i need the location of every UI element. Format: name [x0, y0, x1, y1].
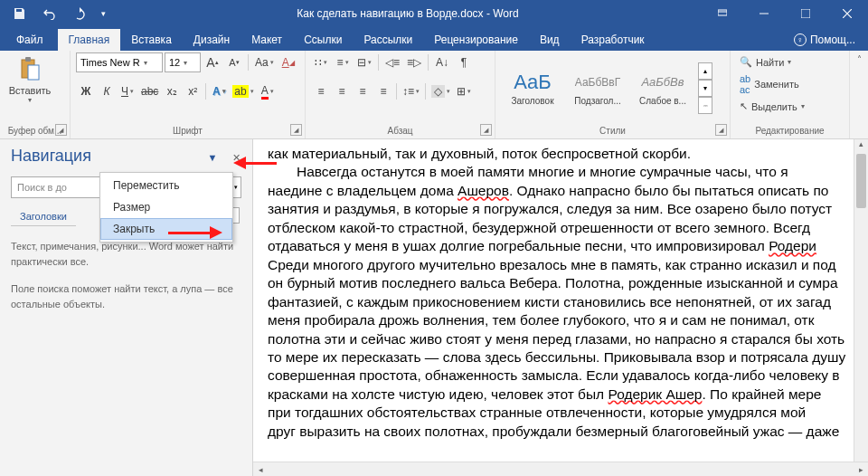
- tab-review[interactable]: Рецензирование: [423, 29, 529, 51]
- text-line: наедине с владельцем дома Ашеров. Однако…: [268, 182, 868, 200]
- nav-tab-headings[interactable]: Заголовки: [11, 207, 76, 226]
- svg-rect-0: [718, 10, 727, 15]
- bold-button[interactable]: Ж: [76, 81, 96, 101]
- text-line: фантазией, с каждым прикосновением кисти…: [268, 293, 868, 311]
- close-icon[interactable]: [826, 0, 868, 27]
- text-line: как материальный, так и духовный, поток …: [268, 145, 868, 163]
- highlight-button[interactable]: ab▾: [230, 81, 256, 101]
- document-area: как материальный, так и духовный, поток …: [253, 139, 868, 476]
- justify-icon[interactable]: ≡: [373, 81, 393, 101]
- navigation-dropdown-icon[interactable]: ▼: [203, 148, 222, 167]
- tell-me-label: Помощ...: [810, 33, 855, 46]
- numbering-button[interactable]: ≡▾: [333, 52, 353, 72]
- increase-font-icon[interactable]: A▴: [203, 52, 222, 72]
- underline-button[interactable]: Ч▾: [118, 81, 137, 101]
- tab-home[interactable]: Главная: [58, 29, 121, 51]
- paste-button[interactable]: Вставить▾: [5, 52, 54, 104]
- window-title: Как сделать навигацию в Ворде.docx - Wor…: [114, 7, 702, 20]
- menu-size[interactable]: Размер: [100, 196, 232, 218]
- show-marks-icon[interactable]: ¶: [454, 52, 474, 72]
- select-button[interactable]: ↖Выделить▾: [736, 99, 808, 114]
- group-paragraph-label: Абзац: [311, 124, 489, 138]
- text-line: полотна эти и сейчас живо стоят у меня п…: [268, 330, 868, 348]
- styles-launcher[interactable]: ◢: [715, 124, 727, 136]
- sort-button[interactable]: A↓: [432, 52, 452, 72]
- tab-developer[interactable]: Разработчик: [571, 29, 656, 51]
- bullets-button[interactable]: ∷▾: [311, 52, 331, 72]
- qat-customize-icon[interactable]: ▾: [96, 0, 110, 27]
- scroll-right-icon[interactable]: ▸: [854, 465, 868, 474]
- maximize-icon[interactable]: [785, 0, 826, 27]
- horizontal-scrollbar[interactable]: ◂ ▸: [253, 462, 868, 476]
- decrease-indent-icon[interactable]: ◁≡: [382, 52, 402, 72]
- text-line: он бурный мотив последнего вальса Вебера…: [268, 274, 868, 292]
- scroll-thumb[interactable]: [856, 154, 866, 208]
- window-controls: [702, 0, 868, 27]
- styles-up-icon[interactable]: ▴: [698, 62, 712, 80]
- tell-me[interactable]: ♀Помощ...: [783, 33, 866, 51]
- text-line: при тогдашних обстоятельствах странные о…: [268, 404, 868, 422]
- font-launcher[interactable]: ◢: [290, 124, 302, 136]
- text-effects-button[interactable]: A▾: [209, 81, 229, 101]
- font-size-combo[interactable]: 12▾: [165, 52, 201, 72]
- tab-file[interactable]: Файл: [2, 29, 58, 51]
- annotation-arrow-2: [168, 226, 222, 239]
- vertical-scrollbar[interactable]: ▴ ▾: [854, 139, 868, 476]
- text-line: совершенная простота, обнаженность замыс…: [268, 367, 868, 385]
- undo-icon[interactable]: [34, 0, 65, 27]
- ribbon-options-icon[interactable]: [702, 0, 743, 27]
- styles-more-icon[interactable]: ⎓: [698, 97, 712, 114]
- svg-rect-3: [801, 9, 810, 18]
- style-subtle[interactable]: АаБбВв Слабое в...: [631, 62, 694, 115]
- text-line: красками на холсте чистую идею, человек …: [268, 386, 868, 404]
- tab-mailings[interactable]: Рассылки: [353, 29, 423, 51]
- strikethrough-button[interactable]: abc: [138, 81, 161, 101]
- tab-layout[interactable]: Макет: [241, 29, 293, 51]
- scroll-left-icon[interactable]: ◂: [253, 465, 268, 474]
- menu-move[interactable]: Переместить: [100, 175, 232, 196]
- replace-button[interactable]: abacЗаменить: [736, 71, 803, 97]
- collapse-ribbon-icon[interactable]: ˄: [850, 51, 868, 138]
- align-center-icon[interactable]: ≡: [332, 81, 352, 101]
- subscript-button[interactable]: x₂: [162, 81, 182, 101]
- align-left-icon[interactable]: ≡: [311, 81, 331, 101]
- clear-formatting-icon[interactable]: A◢: [278, 52, 298, 72]
- change-case-button[interactable]: Aa▾: [252, 52, 277, 72]
- text-line: Навсегда останутся в моей памяти многие …: [268, 163, 868, 181]
- tab-design[interactable]: Дизайн: [183, 29, 241, 51]
- save-icon[interactable]: [4, 0, 34, 27]
- annotation-arrow-1: [233, 157, 277, 169]
- paragraph-launcher[interactable]: ◢: [480, 124, 492, 136]
- svg-rect-5: [25, 57, 31, 62]
- minimize-icon[interactable]: [743, 0, 785, 27]
- document-content[interactable]: как материальный, так и духовный, поток …: [253, 139, 868, 450]
- group-styles: АаБ Заголовок АаБбВвГ Подзагол... АаБбВв…: [495, 51, 731, 138]
- group-font: Times New R▾ 12▾ A▴ A▾ Aa▾ A◢ Ж К Ч▾ abc…: [71, 51, 306, 138]
- line-spacing-button[interactable]: ↕≡▾: [400, 81, 422, 101]
- font-name-combo[interactable]: Times New R▾: [76, 52, 163, 72]
- font-color-button[interactable]: A▾: [258, 81, 278, 101]
- shading-button[interactable]: ◇▾: [429, 81, 453, 101]
- styles-down-icon[interactable]: ▾: [698, 80, 712, 97]
- clipboard-launcher[interactable]: ◢: [55, 124, 67, 136]
- tab-references[interactable]: Ссылки: [293, 29, 353, 51]
- svg-rect-6: [28, 65, 39, 80]
- tab-view[interactable]: Вид: [529, 29, 571, 51]
- italic-button[interactable]: К: [97, 81, 117, 101]
- align-right-icon[interactable]: ≡: [353, 81, 373, 101]
- lightbulb-icon: ♀: [794, 33, 807, 46]
- styles-scroll: ▴ ▾ ⎓: [698, 62, 712, 114]
- borders-button[interactable]: ⊞▾: [454, 81, 474, 101]
- scroll-up-icon[interactable]: ▴: [854, 139, 868, 154]
- redo-icon[interactable]: [65, 0, 96, 27]
- decrease-font-icon[interactable]: A▾: [224, 52, 244, 72]
- group-clipboard: Вставить▾ Буфер обм... ◢: [0, 51, 71, 138]
- tab-insert[interactable]: Вставка: [120, 29, 183, 51]
- style-heading[interactable]: АаБ Заголовок: [501, 62, 564, 115]
- style-subheading[interactable]: АаБбВвГ Подзагол...: [566, 62, 629, 115]
- text-line: занятия и раздумья, в которые я погружал…: [268, 200, 868, 218]
- find-button[interactable]: 🔍Найти▾: [736, 54, 795, 70]
- superscript-button[interactable]: x²: [183, 81, 203, 101]
- multilevel-button[interactable]: ⊟▾: [354, 52, 374, 72]
- increase-indent-icon[interactable]: ≡▷: [404, 52, 424, 72]
